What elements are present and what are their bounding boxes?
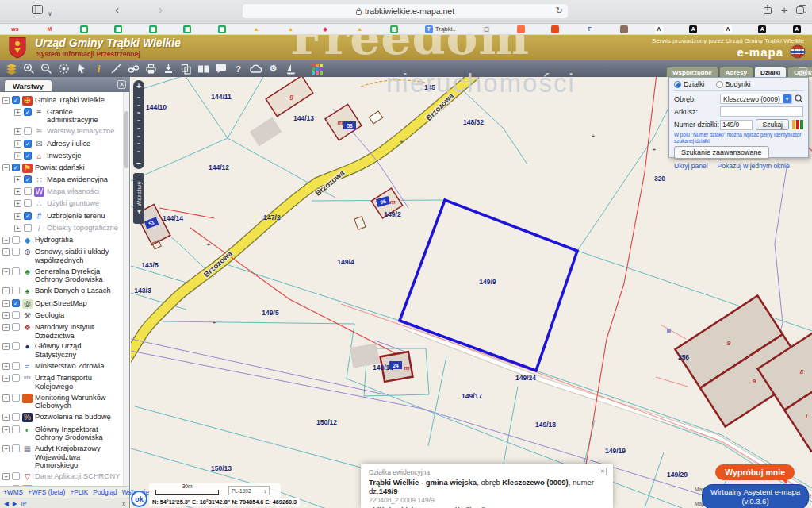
layer-item[interactable]: +✓≡Granice administracyjne [2, 106, 123, 126]
numer-dzialki-input[interactable]: 149/9 [720, 120, 753, 130]
wfs-link[interactable]: +WFS (beta) [28, 488, 65, 496]
cloud-upload-icon[interactable] [249, 63, 262, 75]
bookmark-f[interactable]: F [586, 25, 594, 33]
single-window-link[interactable]: Pokazuj w jednym oknie [718, 162, 790, 170]
layer-checkbox[interactable] [12, 267, 20, 275]
download-icon[interactable] [162, 63, 175, 75]
bookmark-drive[interactable]: ▲ [287, 25, 295, 33]
layer-checkbox[interactable] [24, 224, 32, 232]
bookmark-sheet[interactable]: ▦ [114, 25, 122, 33]
navigation-icon[interactable] [284, 63, 297, 75]
legend-icon[interactable] [310, 63, 324, 75]
expander-icon[interactable]: + [14, 200, 21, 207]
layer-item[interactable]: +✓◎OpenStreetMap [2, 298, 123, 310]
szukaj-button[interactable]: Szukaj [756, 119, 789, 130]
bookmark-mail[interactable]: M [45, 25, 53, 33]
bookmark-a-light[interactable]: Λ [724, 25, 732, 33]
bookmark-doc-gray[interactable]: ▢ [482, 25, 490, 33]
map-zoom-out[interactable]: − [136, 159, 141, 167]
layer-item[interactable]: +WMapa własności [2, 187, 123, 198]
layer-checkbox[interactable]: ✓ [12, 96, 20, 104]
expander-icon[interactable]: + [2, 300, 10, 307]
layer-checkbox[interactable] [12, 362, 20, 370]
layer-item[interactable]: +▽Dane Aplikacji SCHRONY [2, 471, 123, 483]
expander-icon[interactable]: + [14, 213, 21, 220]
info-card-close-icon[interactable]: ✕ [599, 468, 607, 475]
search-magnifier-icon[interactable] [795, 94, 803, 103]
refresh-icon[interactable]: ↻ [556, 6, 563, 16]
layer-checkbox[interactable] [12, 472, 20, 480]
layer-item[interactable]: +≋Warstwy tematyczne [2, 126, 123, 138]
layer-checkbox[interactable]: ✓ [24, 152, 32, 160]
expander-icon[interactable]: + [2, 343, 10, 350]
layer-checkbox[interactable] [12, 444, 20, 452]
bookmark-orange[interactable] [517, 25, 525, 33]
forward-icon[interactable]: › [159, 2, 163, 17]
layer-item[interactable]: −✓⚑Powiat gdański [2, 162, 123, 174]
wms-link[interactable]: +WMS [3, 488, 23, 496]
bookmark-drive[interactable]: ▲ [356, 25, 364, 33]
layer-checkbox[interactable] [12, 374, 20, 382]
scrollbar-thumb[interactable] [124, 111, 128, 168]
expander-icon[interactable]: − [2, 164, 10, 171]
layer-item[interactable]: +◐Główny Inspektorat Ochrony Środowiska [2, 424, 123, 444]
layer-checkbox[interactable] [24, 199, 32, 207]
bookmark-a-dark[interactable]: A [758, 25, 766, 33]
expander-icon[interactable]: + [2, 324, 10, 331]
expander-icon[interactable]: + [2, 312, 10, 319]
warstwy-side-tab[interactable]: ▲ Warstwy [133, 173, 144, 224]
url-bar[interactable]: trabkiwielkie.e-mapa.net ↻ [242, 3, 569, 19]
tab-warstwy[interactable]: Warstwy [4, 79, 52, 91]
bookmark-trabki[interactable]: TTrąbki.. [425, 25, 456, 33]
expander-icon[interactable]: + [2, 268, 10, 275]
layer-checkbox[interactable]: ✓ [12, 299, 20, 307]
layer-item[interactable]: +❖Narodowy Instytut Dziedzictwa [2, 321, 123, 341]
layer-checkbox[interactable] [24, 187, 32, 195]
layer-item[interactable]: +∴Użytki gruntowe [2, 198, 123, 210]
expander-icon[interactable]: + [14, 152, 21, 160]
bookmark-sheet[interactable]: ▦ [183, 25, 191, 33]
expander-icon[interactable]: + [14, 109, 21, 116]
layer-item[interactable]: +Monitoring Warunków Glebowych [2, 392, 123, 412]
layer-item[interactable]: +⚒Geologia [2, 310, 123, 321]
expander-icon[interactable]: + [2, 473, 10, 480]
comment-icon[interactable] [214, 63, 228, 75]
nav-right-icon[interactable]: ▶ [13, 500, 17, 507]
expander-icon[interactable]: + [2, 394, 10, 402]
bookmark-doc[interactable]: ▤ [390, 25, 398, 33]
layer-checkbox[interactable] [12, 323, 20, 331]
new-tab-icon[interactable]: + [781, 3, 787, 17]
bookmark-a-dark[interactable]: A [793, 25, 801, 33]
bookmark-diamond[interactable]: ◆ [321, 25, 329, 33]
sidebar-close-icon[interactable]: ✕ [117, 80, 126, 89]
copy-icon[interactable] [179, 63, 193, 75]
expander-icon[interactable]: − [2, 97, 10, 104]
layer-item[interactable]: +⊕Osnowy, siatki i układy współrzędnych [2, 247, 123, 267]
layer-item[interactable]: −✓✠Gmina Trąbki Wielkie [2, 94, 123, 106]
plik-link[interactable]: +PLIK [70, 488, 88, 496]
podglad-link[interactable]: Podgląd [93, 488, 117, 496]
advanced-search-button[interactable]: Szukanie zaawansowane [674, 146, 769, 159]
layer-checkbox[interactable]: ✓ [24, 175, 32, 183]
chevron-down-icon[interactable]: ∨ [48, 7, 52, 21]
layer-item[interactable]: +≈Ministerstwo Zdrowia [2, 360, 123, 372]
tab-działki[interactable]: Działki [754, 67, 787, 77]
layer-item[interactable]: +◆Hydrografia [2, 234, 123, 246]
map-zoom-in[interactable]: + [136, 82, 141, 90]
pointer-icon[interactable] [75, 63, 88, 75]
expander-icon[interactable]: + [14, 128, 21, 135]
zoom-slider[interactable] [137, 90, 140, 159]
layer-item[interactable]: +UTKUrząd Transportu Kolejowego [2, 373, 123, 393]
layers-icon[interactable] [5, 63, 18, 75]
layer-checkbox[interactable]: ✓ [24, 108, 32, 116]
hide-panel-link[interactable]: Ukryj panel [674, 162, 708, 170]
tabs-icon[interactable] [796, 4, 806, 18]
layer-checkbox[interactable] [12, 236, 20, 244]
help-icon[interactable]: ? [232, 63, 245, 75]
layer-item[interactable]: +✓∷Mapa ewidencyjna [2, 175, 123, 187]
expander-icon[interactable]: + [2, 363, 10, 370]
map-zoom-control[interactable]: + − [133, 80, 144, 169]
layer-checkbox[interactable] [12, 311, 20, 319]
bookmark-a-dark[interactable]: A [689, 25, 697, 33]
layer-checkbox[interactable] [12, 342, 20, 350]
